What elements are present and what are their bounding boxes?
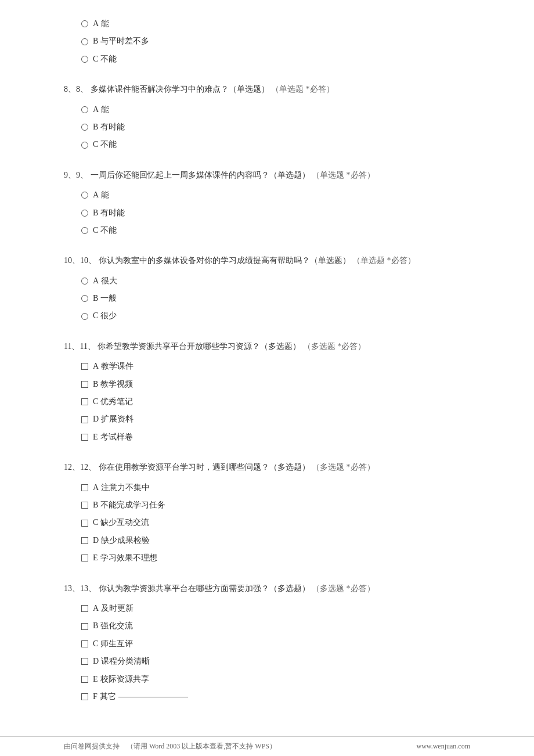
options-list-q10: A 很大 B 一般 C 很少 [64,275,470,323]
list-item: C 不能 [81,53,470,66]
checkbox-icon[interactable] [81,416,88,423]
checkbox-icon[interactable] [81,605,88,612]
options-list-q9: A 能 B 有时能 C 不能 [64,189,470,237]
question-block-q10: 10、10、 你认为教室中的多媒体设备对你的学习成绩提高有帮助吗？（单选题） （… [64,254,470,323]
question-block-q12: 12、12、 你在使用教学资源平台学习时，遇到哪些问题？（多选题） （多选题 *… [64,461,470,564]
option-label: A [93,275,99,287]
list-item: C 很少 [81,309,470,322]
list-item: A 能 [81,103,470,116]
list-item: B 强化交流 [81,620,470,632]
option-text: 一般 [100,292,117,305]
checkbox-icon[interactable] [81,398,88,405]
question-text: 你在使用教学资源平台学习时，遇到哪些问题？（多选题） [99,463,310,471]
question-title-q10: 10、10、 你认为教室中的多媒体设备对你的学习成绩提高有帮助吗？（单选题） （… [64,254,470,267]
option-text: 教学视频 [100,378,133,391]
footer-sub-text: （请用 Word 2003 以上版本查看,暂不支持 WPS） [127,742,276,750]
question-block-q9: 9、9、 一周后你还能回忆起上一周多媒体课件的内容吗？（单选题） （单选题 *必… [64,169,470,237]
list-item: C 优秀笔记 [81,395,470,408]
radio-icon[interactable] [81,20,88,27]
checkbox-icon[interactable] [81,520,88,527]
checkbox-icon[interactable] [81,640,88,647]
checkbox-icon[interactable] [81,658,88,665]
option-text: 有时能 [100,121,125,134]
question-title-q13: 13、13、 你认为教学资源共享平台在哪些方面需要加强？（多选题） （多选题 *… [64,582,470,595]
option-label: B [93,499,98,512]
list-item: A 教学课件 [81,360,470,373]
option-text: 缺少成果检验 [101,534,150,547]
question-text: 一周后你还能回忆起上一周多媒体课件的内容吗？（单选题） [91,171,310,179]
option-text: 学习效果不理想 [100,552,157,564]
list-item: C 不能 [81,138,470,151]
checkbox-icon[interactable] [81,484,88,491]
radio-icon[interactable] [81,295,88,302]
option-text: 有时能 [100,207,125,219]
question-block-q13: 13、13、 你认为教学资源共享平台在哪些方面需要加强？（多选题） （多选题 *… [64,582,470,704]
option-text: 不能完成学习任务 [100,499,165,512]
option-label: C [93,309,98,322]
list-item: B 有时能 [81,207,470,219]
option-label: D [93,413,99,426]
checkbox-icon[interactable] [81,676,88,683]
list-item: A 及时更新 [81,602,470,615]
option-label: B [93,292,98,305]
radio-icon[interactable] [81,192,88,199]
option-label: B [93,35,98,48]
checkbox-icon[interactable] [81,693,88,700]
radio-icon[interactable] [81,227,88,234]
question-number: 10、10、 [64,256,96,265]
option-text: 优秀笔记 [100,395,133,408]
checkbox-icon[interactable] [81,381,88,388]
radio-icon[interactable] [81,38,88,45]
list-item: E 考试样卷 [81,431,470,444]
option-text: 不能 [100,138,117,151]
option-label: A [93,103,99,116]
checkbox-icon[interactable] [81,363,88,370]
radio-icon[interactable] [81,142,88,149]
list-item: E 学习效果不理想 [81,552,470,564]
checkbox-icon[interactable] [81,537,88,544]
question-text: 你认为教室中的多媒体设备对你的学习成绩提高有帮助吗？（单选题） [99,256,351,265]
option-text: 与平时差不多 [100,35,149,48]
checkbox-icon[interactable] [81,502,88,509]
option-text: 校际资源共享 [100,673,149,686]
required-tag: （多选题 *必答） [312,584,375,593]
options-list-partial: A 能 B 与平时差不多 C 不能 [64,17,470,66]
footer-left: 由问卷网提供支持 （请用 Word 2003 以上版本查看,暂不支持 WPS） [64,741,276,751]
list-item: A 注意力不集中 [81,481,470,494]
option-label: B [93,207,98,219]
footer: 由问卷网提供支持 （请用 Word 2003 以上版本查看,暂不支持 WPS） … [0,736,534,756]
radio-icon[interactable] [81,106,88,113]
page-content: A 能 B 与平时差不多 C 不能 8、8、 多媒体课件能否解决你学习中的难点？… [0,0,534,755]
footer-provider-text: 由问卷网提供支持 [64,742,120,750]
option-text: 其它 [100,690,116,703]
radio-icon[interactable] [81,124,88,131]
option-text: 缺少互动交流 [100,516,149,529]
options-list-q12: A 注意力不集中 B 不能完成学习任务 C 缺少互动交流 D 缺少成果检验 E [64,481,470,565]
option-label: A [93,481,99,494]
option-text: 及时更新 [101,602,134,615]
option-label: A [93,17,99,30]
option-label: C [93,138,98,151]
option-text: 能 [101,103,109,116]
question-title-q9: 9、9、 一周后你还能回忆起上一周多媒体课件的内容吗？（单选题） （单选题 *必… [64,169,470,182]
list-item: D 缺少成果检验 [81,534,470,547]
option-label: B [93,121,98,134]
required-tag: （单选题 *必答） [352,256,416,265]
option-text: 师生互评 [100,638,133,650]
footer-right: www.wenjuan.com [416,742,470,751]
option-text: 很少 [100,309,117,322]
footer-url: www.wenjuan.com [416,742,470,750]
radio-icon[interactable] [81,210,88,217]
checkbox-icon[interactable] [81,434,88,441]
radio-icon[interactable] [81,278,88,285]
list-item: D 扩展资料 [81,413,470,426]
list-item: B 教学视频 [81,378,470,391]
blank-field [118,697,188,697]
option-text: 不能 [100,224,117,237]
radio-icon[interactable] [81,56,88,63]
checkbox-icon[interactable] [81,623,88,630]
question-number: 11、11、 [64,342,96,351]
radio-icon[interactable] [81,313,88,320]
option-label: A [93,602,99,615]
checkbox-icon[interactable] [81,555,88,561]
